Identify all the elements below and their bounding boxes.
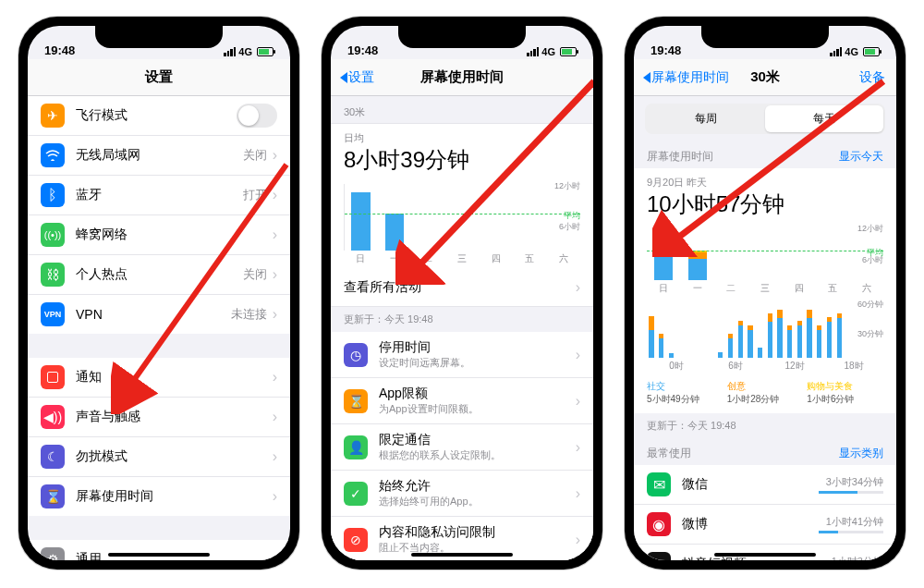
notch	[95, 26, 223, 48]
phone-3: 19:48 4G 屏幕使用时间 30米 设备 每周 每天 屏幕使用时间 显示今天…	[625, 17, 906, 570]
settings-group-1: ✈ 飞行模式 无线局域网 关闭 › ᛒ 蓝牙 打开 › ((•)) 蜂窝网络 ›	[28, 96, 290, 334]
bell-icon	[47, 372, 58, 383]
notch	[701, 26, 829, 48]
chevron-left-icon	[643, 72, 650, 83]
row-hotspot[interactable]: ⛓ 个人热点 关闭 ›	[28, 255, 290, 295]
chevron-right-icon: ›	[576, 532, 580, 548]
chevron-right-icon: ›	[273, 409, 277, 425]
signal-icon	[830, 47, 842, 56]
row-always-allowed[interactable]: ✓ 始终允许选择始终可用的App。 ›	[331, 471, 593, 517]
chevron-right-icon: ›	[273, 448, 277, 465]
back-button[interactable]: 屏幕使用时间	[643, 69, 729, 86]
total-time: 10小时57分钟	[634, 190, 896, 223]
status-time: 19:48	[650, 43, 681, 57]
chevron-right-icon: ›	[273, 147, 277, 164]
app-weibo[interactable]: ◉ 微博 1小时41分钟	[634, 505, 896, 545]
nav-bar: 屏幕使用时间 30米 设备	[634, 59, 896, 96]
notch	[398, 26, 526, 48]
chevron-right-icon: ›	[576, 393, 580, 410]
show-categories-link[interactable]: 显示类别	[839, 446, 883, 461]
row-view-all-activity[interactable]: 查看所有活动 ›	[331, 269, 593, 306]
row-general[interactable]: ⚙ 通用 ›	[28, 540, 290, 560]
chevron-right-icon: ›	[273, 551, 277, 560]
battery-icon	[558, 47, 577, 56]
nav-title: 设置	[145, 68, 173, 86]
block-icon: ⊘	[350, 533, 361, 547]
row-notifications[interactable]: 通知 ›	[28, 358, 290, 398]
chevron-right-icon: ›	[576, 485, 580, 502]
row-screentime[interactable]: ⌛ 屏幕使用时间 ›	[28, 477, 290, 516]
devices-button[interactable]: 设备	[859, 69, 885, 86]
chevron-right-icon: ›	[576, 279, 580, 296]
chevron-right-icon: ›	[273, 187, 277, 203]
device-row[interactable]: 30米	[331, 96, 593, 123]
row-sounds[interactable]: ◀)) 声音与触感 ›	[28, 398, 290, 437]
battery-icon	[255, 47, 274, 56]
updated-label: 更新于：今天 19:48	[634, 413, 896, 438]
weekly-stacked-chart: 12小时 平均 6小时	[647, 227, 883, 280]
check-icon: ✓	[350, 486, 361, 501]
vpn-icon: VPN	[44, 310, 62, 319]
home-indicator[interactable]	[411, 553, 513, 557]
weibo-icon: ◉	[652, 516, 665, 533]
avg-value: 8小时39分钟	[331, 145, 593, 178]
updated-label: 更新于：今天 19:48	[331, 307, 593, 332]
hourly-labels: 0时6时12时18时	[647, 358, 883, 373]
hourly-stacked-chart: 60分钟 30分钟	[647, 302, 883, 358]
hourglass-icon: ⌛	[348, 394, 364, 409]
row-downtime[interactable]: ◷ 停用时间设定时间远离屏幕。 ›	[331, 332, 593, 378]
section-label: 屏幕使用时间	[647, 149, 713, 165]
phone-2: 19:48 4G 设置 屏幕使用时间 30米 日均 8小时39分钟 12小时 平…	[322, 17, 602, 570]
volume-icon: ◀))	[43, 410, 62, 424]
home-indicator[interactable]	[714, 553, 816, 557]
person-icon: 👤	[348, 440, 364, 455]
wechat-icon: ✉	[653, 476, 665, 494]
back-button[interactable]: 设置	[340, 69, 374, 86]
segment-control[interactable]: 每周 每天	[645, 104, 885, 134]
signal-icon	[527, 47, 539, 56]
wifi-icon	[45, 150, 60, 161]
avg-label: 日均	[331, 124, 593, 145]
chevron-left-icon	[340, 72, 347, 83]
weekly-chart: 12小时 平均 6小时	[344, 184, 580, 251]
nav-bar: 设置 屏幕使用时间	[331, 59, 593, 96]
status-time: 19:48	[44, 43, 75, 57]
seg-day[interactable]: 每天	[765, 105, 883, 132]
chart-day-labels: 日一二三四五六	[647, 280, 883, 295]
hourglass-icon: ⌛	[45, 489, 61, 504]
antenna-icon: ((•))	[44, 229, 62, 240]
douyin-icon: ♪	[655, 556, 663, 560]
settings-group-3: ⚙ 通用 › ⌥ 控制中心 › AA 显示与亮度 › ▦ 主屏幕 › ⊕ 辅助功	[28, 540, 290, 560]
status-net: 4G	[541, 46, 555, 57]
chart-day-labels: 日一二三四五六	[344, 251, 580, 265]
signal-icon	[224, 47, 236, 56]
home-indicator[interactable]	[108, 553, 210, 557]
status-net: 4G	[845, 46, 858, 57]
clock-icon: ◷	[350, 348, 361, 362]
row-dnd[interactable]: ☾ 勿扰模式 ›	[28, 437, 290, 477]
row-communication-limits[interactable]: 👤 限定通信根据您的联系人设定限制。 ›	[331, 424, 593, 471]
row-app-limits[interactable]: ⌛ App限额为App设置时间限额。 ›	[331, 378, 593, 424]
chevron-right-icon: ›	[273, 306, 277, 323]
app-wechat[interactable]: ✉ 微信 3小时34分钟	[634, 465, 896, 505]
nav-title: 屏幕使用时间	[420, 68, 504, 86]
chevron-right-icon: ›	[273, 227, 277, 243]
most-used-label: 最常使用	[647, 446, 691, 461]
status-time: 19:48	[347, 43, 378, 57]
status-net: 4G	[238, 46, 252, 57]
chevron-right-icon: ›	[273, 488, 277, 505]
settings-group-2: 通知 › ◀)) 声音与触感 › ☾ 勿扰模式 › ⌛ 屏幕使用时间 ›	[28, 358, 290, 516]
row-airplane[interactable]: ✈ 飞行模式	[28, 96, 290, 136]
row-vpn[interactable]: VPN VPN 未连接 ›	[28, 295, 290, 334]
moon-icon: ☾	[47, 449, 59, 464]
show-today-link[interactable]: 显示今天	[839, 149, 883, 165]
battery-icon	[861, 47, 880, 56]
row-wifi[interactable]: 无线局域网 关闭 ›	[28, 136, 290, 176]
row-bluetooth[interactable]: ᛒ 蓝牙 打开 ›	[28, 176, 290, 215]
chevron-right-icon: ›	[273, 369, 277, 386]
seg-week[interactable]: 每周	[647, 105, 765, 132]
chevron-right-icon: ›	[273, 266, 277, 283]
chevron-right-icon: ›	[576, 347, 580, 363]
row-cellular[interactable]: ((•)) 蜂窝网络 ›	[28, 215, 290, 255]
airplane-toggle[interactable]	[237, 104, 277, 128]
